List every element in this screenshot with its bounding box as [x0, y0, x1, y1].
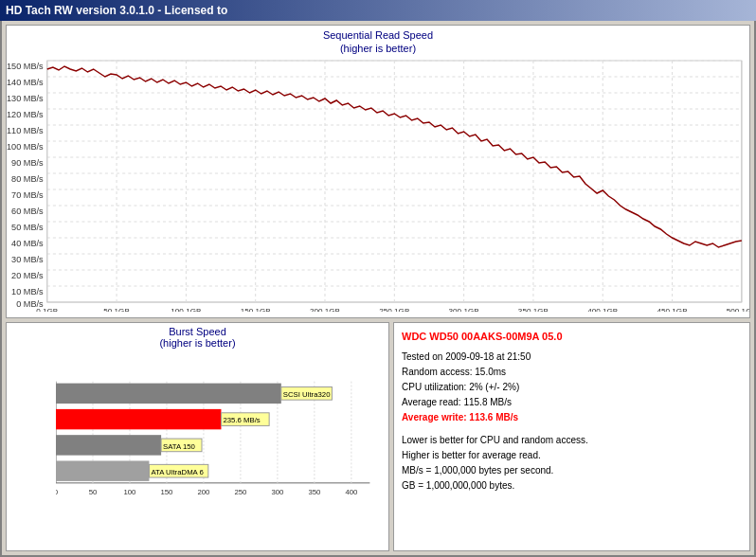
svg-text:235.6 MB/s: 235.6 MB/s — [223, 417, 260, 425]
drive-name: WDC WD50 00AAKS-00M9A 05.0 — [402, 329, 742, 346]
sequential-chart-panel: Sequential Read Speed (higher is better)… — [6, 25, 750, 318]
svg-text:SCSI Ultra320: SCSI Ultra320 — [283, 390, 331, 399]
info-cpu-util: CPU utilization: 2% (+/- 2%) — [402, 380, 742, 395]
svg-text:350.1GB: 350.1GB — [518, 307, 549, 312]
svg-text:120 MB/s: 120 MB/s — [7, 110, 44, 119]
burst-chart-svg: SCSI Ultra320 235.6 MB/s SATA 150 ATA Ul… — [56, 356, 384, 527]
svg-text:400: 400 — [345, 488, 358, 496]
info-avg-read: Average read: 115.8 MB/s — [402, 395, 742, 410]
svg-text:300: 300 — [271, 488, 284, 496]
info-tested-on: Tested on 2009-09-18 at 21:50 — [402, 350, 742, 365]
seq-chart-svg: 150 MB/s 140 MB/s 130 MB/s 120 MB/s 110 … — [7, 56, 749, 312]
svg-text:50.1GB: 50.1GB — [103, 307, 130, 312]
svg-text:500.1GB: 500.1GB — [727, 307, 749, 312]
svg-rect-68 — [56, 409, 221, 429]
svg-text:150: 150 — [160, 488, 173, 496]
main-container: Sequential Read Speed (higher is better)… — [0, 21, 756, 557]
title-bar: HD Tach RW version 3.0.1.0 - Licensed to — [0, 0, 756, 21]
svg-rect-71 — [56, 435, 161, 455]
info-avg-write: Average write: 113.6 MB/s — [402, 410, 742, 425]
svg-text:300.1GB: 300.1GB — [449, 307, 479, 312]
svg-text:200: 200 — [197, 488, 210, 496]
info-notes: Lower is better for CPU and random acces… — [402, 433, 742, 494]
svg-text:150.1GB: 150.1GB — [241, 307, 271, 312]
svg-text:150 MB/s: 150 MB/s — [7, 62, 44, 71]
svg-text:400.1GB: 400.1GB — [587, 307, 618, 312]
svg-text:60 MB/s: 60 MB/s — [11, 207, 44, 216]
svg-text:70 MB/s: 70 MB/s — [11, 190, 44, 200]
svg-text:200.1GB: 200.1GB — [310, 307, 340, 312]
svg-text:0.1GB: 0.1GB — [36, 307, 58, 312]
svg-text:100 MB/s: 100 MB/s — [7, 142, 44, 152]
svg-text:SATA 150: SATA 150 — [163, 442, 196, 451]
svg-text:30 MB/s: 30 MB/s — [11, 255, 44, 264]
svg-text:ATA UltraDMA 6: ATA UltraDMA 6 — [151, 468, 203, 476]
svg-text:450.1GB: 450.1GB — [657, 307, 687, 312]
svg-text:100.1GB: 100.1GB — [171, 307, 201, 312]
burst-chart-panel: Burst Speed (higher is better) — [6, 322, 389, 551]
svg-rect-65 — [56, 384, 281, 404]
svg-text:50: 50 — [89, 488, 98, 496]
svg-text:130 MB/s: 130 MB/s — [7, 94, 44, 103]
info-panel: WDC WD50 00AAKS-00M9A 05.0 Tested on 200… — [393, 322, 750, 551]
svg-text:350: 350 — [308, 488, 321, 496]
svg-text:0: 0 — [56, 488, 59, 496]
svg-text:90 MB/s: 90 MB/s — [11, 158, 44, 168]
svg-text:100: 100 — [123, 488, 136, 496]
svg-text:140 MB/s: 140 MB/s — [7, 78, 44, 87]
burst-chart-title: Burst Speed (higher is better) — [7, 323, 388, 351]
svg-text:50 MB/s: 50 MB/s — [11, 223, 44, 232]
svg-text:250.1GB: 250.1GB — [379, 307, 409, 312]
info-random-access: Random access: 15.0ms — [402, 365, 742, 380]
svg-text:110 MB/s: 110 MB/s — [7, 126, 44, 135]
svg-text:80 MB/s: 80 MB/s — [11, 174, 44, 184]
svg-text:10 MB/s: 10 MB/s — [11, 287, 44, 296]
svg-text:250: 250 — [234, 488, 247, 496]
bottom-area: Burst Speed (higher is better) — [6, 322, 750, 551]
sequential-chart-svg: 150 MB/s 140 MB/s 130 MB/s 120 MB/s 110 … — [7, 56, 749, 312]
svg-rect-74 — [56, 460, 149, 480]
title-text: HD Tach RW version 3.0.1.0 - Licensed to — [6, 4, 227, 17]
svg-text:40 MB/s: 40 MB/s — [11, 239, 44, 248]
svg-text:20 MB/s: 20 MB/s — [11, 271, 44, 280]
seq-chart-title: Sequential Read Speed (higher is better) — [7, 26, 749, 56]
